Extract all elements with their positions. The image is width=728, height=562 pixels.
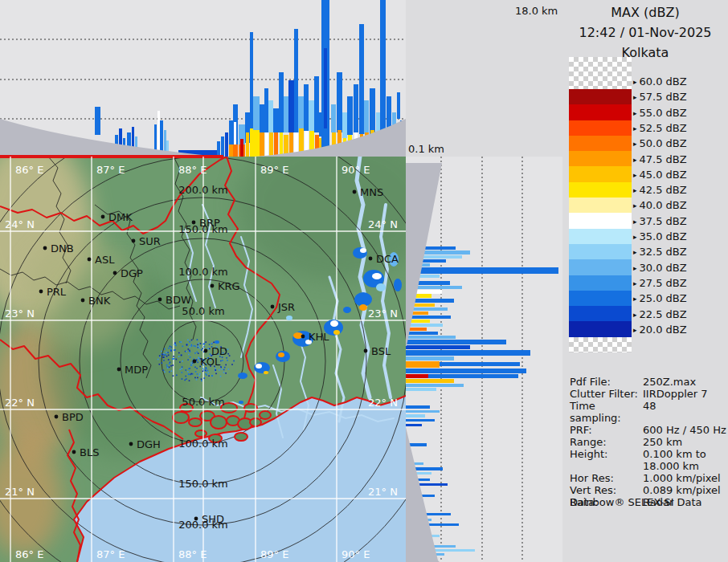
city-marker-dot: [301, 335, 305, 339]
clutter-speckle: [163, 353, 165, 355]
city-label-dca: DCA: [376, 253, 399, 265]
clutter-speckle: [182, 378, 183, 380]
city-marker-dot: [132, 239, 136, 243]
profile-column: [250, 32, 253, 128]
city-marker-dot: [117, 368, 121, 372]
threshold-arrow-icon: ▸: [633, 170, 637, 178]
clutter-speckle: [201, 378, 202, 380]
profile-column: [217, 141, 220, 157]
legend-threshold-label: ▸40.0 dBZ: [633, 199, 687, 211]
clutter-speckle: [189, 380, 190, 381]
profile-bar: [406, 361, 440, 368]
clutter-speckle: [175, 345, 177, 347]
clutter-speckle: [228, 369, 230, 370]
legend-band: [569, 229, 632, 244]
clutter-speckle: [202, 368, 204, 369]
clutter-speckle: [157, 359, 159, 360]
clutter-speckle: [215, 368, 216, 369]
info-value: 1.000 km/pixel: [643, 472, 721, 484]
map-svg: 86° E86° E87° E87° E88° E88° E89° E89° E…: [0, 157, 406, 562]
clutter-speckle: [197, 347, 198, 348]
clutter-speckle: [190, 356, 191, 358]
scan-info-table: Pdf File:250Z.maxClutter Filter:IIRDoppl…: [570, 376, 726, 508]
city-marker-dot: [88, 258, 92, 262]
clutter-speckle: [170, 365, 172, 367]
clutter-speckle: [196, 379, 198, 381]
clutter-speckle: [182, 346, 184, 348]
radar-echo: [372, 273, 382, 279]
clutter-speckle: [227, 353, 229, 355]
profile-column: [225, 132, 228, 157]
legend-threshold-label: ▸25.0 dBZ: [633, 292, 687, 304]
legend-threshold-label: ▸57.5 dBZ: [633, 91, 687, 103]
clutter-speckle: [159, 355, 161, 356]
longitude-label: 88° E: [178, 548, 207, 560]
clutter-speckle: [225, 373, 227, 374]
profile-column: [260, 104, 264, 132]
profile-column: [342, 112, 347, 138]
profile-bar: [406, 267, 558, 274]
clutter-speckle: [178, 352, 180, 354]
radar-echo: [239, 401, 243, 404]
profile-bar: [406, 414, 425, 417]
max-height-axis-label: 18.0 km: [515, 5, 558, 17]
city-label-brp: BRP: [199, 217, 220, 229]
clutter-speckle: [171, 370, 173, 372]
state-boundary: [67, 430, 80, 562]
profile-bar: [406, 424, 422, 426]
profile-column: [229, 120, 233, 145]
clutter-speckle: [172, 364, 174, 366]
clutter-speckle: [209, 344, 211, 345]
info-label: Time sampling:: [570, 400, 643, 424]
clutter-speckle: [197, 377, 198, 379]
clutter-speckle: [166, 354, 167, 356]
clutter-speckle: [179, 369, 181, 370]
latitude-label: 23° N: [368, 307, 398, 320]
legend-band: [569, 198, 632, 213]
top-height-profile-panel[interactable]: [0, 0, 406, 157]
profile-column: [269, 132, 273, 157]
city-label-kol: KOL: [200, 356, 221, 368]
longitude-label: 86° E: [15, 164, 43, 176]
clutter-speckle: [173, 356, 174, 357]
city-marker-dot: [101, 215, 105, 219]
clutter-speckle: [190, 364, 192, 366]
profile-column: [273, 108, 279, 132]
clutter-speckle: [203, 369, 205, 371]
latitude-label: 22° N: [368, 397, 398, 409]
legend-band: [569, 291, 632, 306]
radar-echo: [333, 330, 340, 335]
clutter-speckle: [211, 343, 213, 344]
city-label-dgp: DGP: [121, 267, 143, 279]
latitude-label: 24° N: [5, 218, 35, 230]
clutter-speckle: [189, 341, 190, 343]
clutter-speckle: [188, 369, 190, 370]
threshold-arrow-icon: ▸: [633, 279, 637, 287]
color-scale: [569, 57, 632, 352]
clutter-speckle: [167, 367, 169, 369]
clutter-speckle: [199, 373, 201, 375]
profile-column: [284, 96, 288, 132]
range-ring-label: 150.0 km: [178, 478, 228, 490]
legend-threshold-label: ▸22.5 dBZ: [633, 307, 687, 320]
longitude-label: 89° E: [260, 548, 288, 560]
clutter-speckle: [190, 346, 191, 348]
clutter-speckle: [192, 373, 194, 375]
radar-echo: [278, 352, 284, 357]
radar-echo: [360, 248, 366, 253]
latitude-label: 21° N: [368, 486, 398, 498]
range-ring-label: 50.0 km: [182, 305, 224, 317]
right-height-profile-panel[interactable]: [406, 157, 562, 562]
profile-column: [354, 84, 358, 132]
profile-column: [331, 104, 336, 132]
longitude-label: 88° E: [178, 164, 207, 176]
profile-bar: [406, 336, 456, 339]
clutter-speckle: [197, 362, 198, 364]
clutter-speckle: [179, 341, 181, 343]
clutter-speckle: [231, 364, 233, 365]
radar-map-canvas[interactable]: 86° E86° E87° E87° E88° E88° E89° E89° E…: [0, 157, 406, 562]
clutter-speckle: [170, 362, 171, 364]
city-label-krg: KRG: [218, 280, 240, 292]
city-label-mns: MNS: [360, 186, 383, 198]
legend-threshold-label: ▸42.5 dBZ: [633, 184, 687, 196]
